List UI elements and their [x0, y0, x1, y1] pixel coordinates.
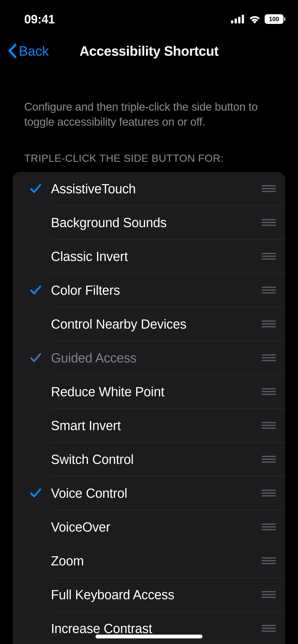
list-item[interactable]: Background Sounds [13, 206, 285, 240]
svg-rect-28 [262, 456, 276, 457]
check-column [20, 353, 51, 363]
svg-rect-5 [262, 188, 276, 189]
checkmark-icon [30, 285, 41, 296]
status-time: 09:41 [24, 12, 55, 26]
svg-rect-44 [262, 628, 276, 629]
drag-handle-icon[interactable] [260, 456, 278, 463]
svg-rect-42 [262, 597, 276, 598]
item-label: Reduce White Point [51, 384, 260, 399]
list-item[interactable]: Zoom [13, 544, 285, 578]
drag-handle-icon[interactable] [260, 625, 278, 632]
check-column [20, 285, 51, 296]
svg-rect-36 [262, 529, 276, 530]
svg-rect-1 [235, 19, 237, 23]
list-item[interactable]: AssistiveTouch [13, 172, 285, 206]
battery-level: 100 [265, 14, 283, 24]
list-item[interactable]: Switch Control [13, 443, 285, 476]
drag-handle-icon[interactable] [260, 354, 278, 361]
back-button[interactable]: Back [8, 43, 49, 59]
list-item[interactable]: Smart Invert [13, 409, 285, 443]
svg-rect-15 [262, 292, 276, 294]
cellular-signal-icon [231, 15, 245, 23]
drag-handle-icon[interactable] [260, 253, 278, 260]
item-label: AssistiveTouch [51, 181, 260, 196]
item-label: Color Filters [51, 283, 260, 298]
item-label: Voice Control [51, 486, 260, 501]
item-label: Classic Invert [51, 249, 260, 264]
svg-rect-0 [231, 20, 233, 23]
drag-handle-icon[interactable] [260, 591, 278, 598]
svg-rect-40 [262, 591, 276, 592]
home-indicator[interactable] [96, 635, 202, 638]
drag-handle-icon[interactable] [260, 422, 278, 429]
page-title: Accessibility Shortcut [79, 43, 219, 59]
list-item[interactable]: Classic Invert [13, 240, 285, 273]
list-item[interactable]: Full Keyboard Access [13, 578, 285, 612]
svg-rect-27 [262, 428, 276, 429]
svg-rect-20 [262, 357, 276, 358]
list-item[interactable]: Guided Access [13, 341, 285, 375]
checkmark-icon [30, 353, 41, 363]
svg-rect-37 [262, 557, 276, 559]
item-label: VoiceOver [51, 520, 260, 535]
list-item[interactable]: Voice Control [13, 476, 285, 510]
svg-rect-14 [262, 289, 276, 291]
item-label: Switch Control [51, 452, 260, 467]
svg-rect-19 [262, 354, 276, 356]
drag-handle-icon[interactable] [260, 320, 278, 328]
check-column [20, 488, 51, 499]
svg-rect-6 [262, 191, 276, 192]
item-label: Control Nearby Devices [51, 317, 260, 332]
svg-rect-10 [262, 253, 276, 254]
svg-rect-30 [262, 461, 276, 463]
wifi-icon [248, 14, 261, 24]
svg-rect-29 [262, 459, 276, 460]
svg-rect-41 [262, 594, 276, 595]
svg-rect-3 [242, 15, 244, 23]
list-item[interactable]: Reduce White Point [13, 375, 285, 409]
svg-rect-2 [238, 17, 240, 23]
svg-rect-17 [262, 323, 276, 325]
drag-handle-icon[interactable] [260, 388, 278, 395]
drag-handle-icon[interactable] [260, 490, 278, 497]
navigation-bar: Back Accessibility Shortcut [0, 33, 298, 69]
back-label: Back [19, 43, 49, 59]
svg-rect-45 [262, 631, 276, 632]
battery-indicator: 100 [265, 14, 285, 24]
svg-rect-34 [262, 523, 276, 525]
svg-rect-11 [262, 256, 276, 257]
status-indicators: 100 [231, 14, 285, 24]
feature-list: AssistiveTouchBackground SoundsClassic I… [13, 172, 285, 644]
svg-rect-35 [262, 526, 276, 528]
section-header: TRIPLE-CLICK THE SIDE BUTTON FOR: [0, 135, 298, 169]
drag-handle-icon[interactable] [260, 287, 278, 294]
drag-handle-icon[interactable] [260, 557, 278, 564]
list-item[interactable]: Increase Contrast [13, 612, 285, 644]
svg-rect-13 [262, 287, 276, 288]
svg-rect-7 [262, 219, 276, 220]
item-label: Smart Invert [51, 418, 260, 433]
svg-rect-24 [262, 394, 276, 395]
list-item[interactable]: VoiceOver [13, 510, 285, 544]
svg-rect-32 [262, 492, 276, 494]
svg-rect-16 [262, 320, 276, 322]
drag-handle-icon[interactable] [260, 219, 278, 226]
list-item[interactable]: Color Filters [13, 273, 285, 307]
svg-rect-33 [262, 495, 276, 496]
svg-rect-38 [262, 560, 276, 561]
svg-rect-21 [262, 360, 276, 361]
drag-handle-icon[interactable] [260, 185, 278, 192]
item-label: Background Sounds [51, 215, 260, 230]
svg-rect-18 [262, 326, 276, 327]
checkmark-icon [30, 488, 41, 499]
svg-rect-26 [262, 425, 276, 426]
status-bar: 09:41 100 [0, 0, 298, 33]
list-item[interactable]: Control Nearby Devices [13, 307, 285, 341]
item-label: Zoom [51, 553, 260, 568]
checkmark-icon [30, 183, 41, 194]
svg-rect-39 [262, 563, 276, 564]
svg-rect-25 [262, 422, 276, 423]
drag-handle-icon[interactable] [260, 523, 278, 531]
svg-rect-43 [262, 625, 276, 626]
svg-rect-23 [262, 391, 276, 392]
